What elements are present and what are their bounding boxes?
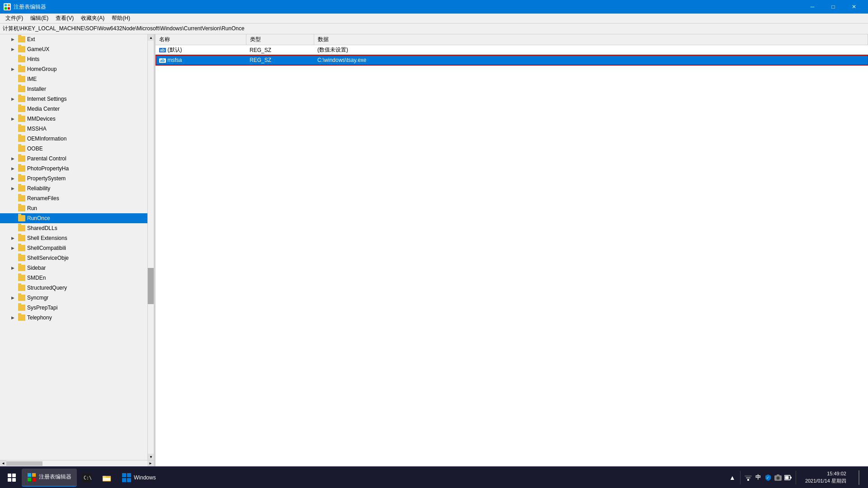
taskbar-explorer[interactable] xyxy=(97,469,117,487)
col-header-data[interactable]: 数据 xyxy=(314,34,868,45)
vscroll-down[interactable]: ▼ xyxy=(148,454,154,460)
menu-file[interactable]: 文件(F) xyxy=(2,14,27,23)
tray-security[interactable]: ✓ xyxy=(764,474,772,482)
tree-item-ime[interactable]: IME xyxy=(0,74,147,84)
tree-item-photo-property[interactable]: ▶PhotoPropertyHa xyxy=(0,164,147,174)
svg-rect-20 xyxy=(745,475,752,477)
svg-rect-4 xyxy=(28,473,31,477)
tree-item-telephony[interactable]: ▶Telephony xyxy=(0,313,147,323)
hscroll-thumb[interactable] xyxy=(6,461,42,466)
folder-icon xyxy=(18,66,25,72)
expand-icon[interactable]: ▶ xyxy=(9,235,16,242)
expand-icon[interactable]: ▶ xyxy=(9,155,16,162)
tree-hscroll[interactable]: ◄ ► xyxy=(0,460,154,466)
vscroll-up[interactable]: ▲ xyxy=(148,34,154,41)
expand-icon[interactable]: ▶ xyxy=(9,46,16,53)
expand-icon[interactable]: ▶ xyxy=(9,314,16,321)
menu-edit[interactable]: 编辑(E) xyxy=(27,14,52,23)
close-button[interactable]: ✕ xyxy=(844,0,864,14)
tree-item-run[interactable]: Run xyxy=(0,203,147,213)
hscroll-track[interactable] xyxy=(6,461,147,466)
content-inner[interactable]: 名称 类型 数据 ab(默认)REG_SZ(数值未设置)abmsfsaREG_S… xyxy=(156,34,868,466)
tree-item-label: RenameFiles xyxy=(27,195,59,202)
taskbar-regedit[interactable]: 注册表编辑器 xyxy=(22,469,77,487)
tree-item-label: SMDEn xyxy=(27,275,46,281)
hscroll-right[interactable]: ► xyxy=(147,460,154,467)
tree-item-mssha[interactable]: MSSHA xyxy=(0,124,147,134)
tree-item-property-system[interactable]: ▶PropertySystem xyxy=(0,174,147,183)
tree-item-shell-service[interactable]: ShellServiceObje xyxy=(0,253,147,263)
folder-icon xyxy=(18,46,25,52)
tray-network[interactable] xyxy=(744,474,752,482)
tree-item-internet-settings[interactable]: ▶Internet Settings xyxy=(0,94,147,104)
tree-item-rename-files[interactable]: RenameFiles xyxy=(0,193,147,203)
folder-icon xyxy=(18,155,25,162)
tree-inner[interactable]: ▶Ext▶GameUX Hints▶HomeGroup IME Installe… xyxy=(0,34,147,460)
tree-vscroll[interactable]: ▲ ▼ xyxy=(147,34,154,460)
expand-icon[interactable]: ▶ xyxy=(9,95,16,103)
taskbar-windows[interactable]: Windows xyxy=(117,469,161,487)
col-header-type[interactable]: 类型 xyxy=(246,34,314,45)
tree-item-shell-compat[interactable]: ▶ShellCompatibili xyxy=(0,243,147,253)
tree-item-hints[interactable]: Hints xyxy=(0,54,147,64)
tray-language[interactable]: 中 xyxy=(754,474,762,482)
vscroll-track[interactable] xyxy=(148,41,154,454)
vscroll-thumb[interactable] xyxy=(148,268,154,304)
menu-favorites[interactable]: 收藏夹(A) xyxy=(77,14,108,23)
cell-data: C:\windows\tsay.exe xyxy=(314,55,868,65)
show-desktop-btn[interactable] xyxy=(850,467,866,488)
svg-rect-12 xyxy=(103,476,106,478)
tray-battery[interactable] xyxy=(784,474,792,482)
expand-icon[interactable]: ▶ xyxy=(9,264,16,272)
expand-icon[interactable]: ▶ xyxy=(9,115,16,122)
expand-placeholder xyxy=(9,56,16,63)
maximize-button[interactable]: □ xyxy=(823,0,844,14)
expand-icon[interactable]: ▶ xyxy=(9,244,16,252)
taskbar-windows-label: Windows xyxy=(134,474,156,481)
expand-icon[interactable]: ▶ xyxy=(9,165,16,172)
tree-container: ▶Ext▶GameUX Hints▶HomeGroup IME Installe… xyxy=(0,34,154,460)
menu-help[interactable]: 帮助(H) xyxy=(108,14,134,23)
table-header-row: 名称 类型 数据 xyxy=(156,34,868,45)
menu-view[interactable]: 查看(V) xyxy=(52,14,77,23)
tree-item-oem-information[interactable]: OEMInformation xyxy=(0,134,147,144)
expand-icon[interactable]: ▶ xyxy=(9,175,16,182)
folder-icon xyxy=(18,235,25,241)
tree-item-mmdevices[interactable]: ▶MMDevices xyxy=(0,114,147,124)
start-button[interactable] xyxy=(2,468,22,488)
tree-item-syncmgr[interactable]: ▶Syncmgr xyxy=(0,293,147,303)
expand-icon[interactable]: ▶ xyxy=(9,185,16,192)
expand-icon[interactable]: ▶ xyxy=(9,66,16,73)
tree-item-smden[interactable]: SMDEn xyxy=(0,273,147,283)
tree-item-installer[interactable]: Installer xyxy=(0,84,147,94)
tree-item-media-center[interactable]: Media Center xyxy=(0,104,147,114)
svg-text:✓: ✓ xyxy=(766,476,769,480)
tray-clock[interactable]: 15:49:02 2021/01/14 星期四 xyxy=(802,470,850,484)
tree-item-label: ShellServiceObje xyxy=(27,255,69,261)
tray-arrow[interactable]: ▲ xyxy=(728,474,736,482)
expand-icon[interactable]: ▶ xyxy=(9,294,16,301)
col-header-name[interactable]: 名称 xyxy=(156,34,246,45)
tree-item-ext[interactable]: ▶Ext xyxy=(0,34,147,44)
taskbar-cmd[interactable]: C:\ xyxy=(77,469,97,487)
table-row[interactable]: ab(默认)REG_SZ(数值未设置) xyxy=(156,45,868,55)
tree-item-gameux[interactable]: ▶GameUX xyxy=(0,44,147,54)
table-row[interactable]: abmsfsaREG_SZC:\windows\tsay.exe xyxy=(156,55,868,65)
cell-type: REG_SZ xyxy=(246,55,314,65)
tree-item-shared-dlls[interactable]: SharedDLLs xyxy=(0,223,147,233)
tree-item-homegroup[interactable]: ▶HomeGroup xyxy=(0,64,147,74)
tree-item-label: PropertySystem xyxy=(27,175,66,182)
folder-icon xyxy=(18,285,25,291)
tree-item-parental-controls[interactable]: ▶Parental Control xyxy=(0,154,147,164)
minimize-button[interactable]: ─ xyxy=(802,0,823,14)
expand-icon[interactable]: ▶ xyxy=(9,36,16,43)
tree-item-runonce[interactable]: RunOnce xyxy=(0,213,147,223)
tree-item-shell-extensions[interactable]: ▶Shell Extensions xyxy=(0,233,147,243)
tree-item-sysprep-tapi[interactable]: SysPrepTapi xyxy=(0,303,147,313)
tree-item-oobe[interactable]: OOBE xyxy=(0,144,147,154)
tree-item-sidebar[interactable]: ▶Sidebar xyxy=(0,263,147,273)
hscroll-left[interactable]: ◄ xyxy=(0,460,6,467)
tree-item-reliability[interactable]: ▶Reliability xyxy=(0,183,147,193)
tree-item-structured-query[interactable]: StructuredQuery xyxy=(0,283,147,293)
tray-camera[interactable] xyxy=(774,474,782,482)
